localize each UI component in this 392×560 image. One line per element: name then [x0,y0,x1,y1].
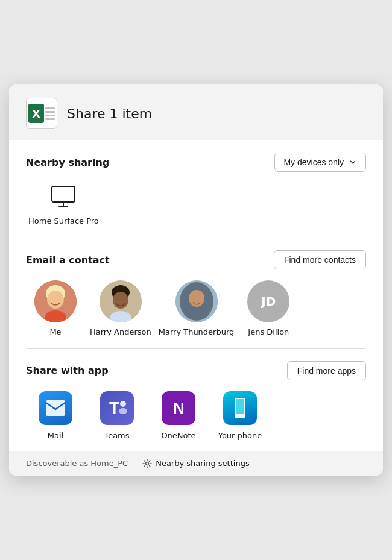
nearby-sharing-header: Nearby sharing My devices only [26,153,366,172]
excel-line-4 [45,118,55,120]
mail-app-label: Mail [48,431,63,440]
svg-rect-20 [236,399,244,414]
svg-text:T: T [109,398,119,417]
email-contact-section: Email a contact Find more contacts [9,238,383,348]
excel-lines [45,107,55,120]
your-phone-app-label: Your phone [218,431,262,440]
svg-text:N: N [173,399,185,417]
header: X Share 1 item [9,84,383,140]
footer: Discoverable as Home_PC Nearby sharing s… [9,451,383,476]
excel-icon: X [28,104,55,123]
content-area: Nearby sharing My devices only [9,140,383,451]
onenote-logo-icon: N [168,398,189,418]
contact-jens-name: Jens Dillon [248,327,289,338]
excel-line-3 [45,115,55,116]
avatar-harry [100,280,142,322]
find-more-contacts-label: Find more contacts [284,255,356,265]
email-contact-header: Email a contact Find more contacts [26,250,366,269]
your-phone-app-icon [223,391,257,425]
share-with-app-section: Share with app Find more apps Mail [9,349,383,451]
dropdown-label: My devices only [283,157,344,167]
discoverable-text: Discoverable as Home_PC [26,459,128,468]
contacts-row: Me [26,280,366,338]
teams-app-label: Teams [104,431,129,440]
avatar-marry-image [175,280,218,322]
mail-envelope-icon [45,400,66,417]
phone-device-icon [233,397,247,419]
contact-harry-anderson[interactable]: Harry Anderson [90,280,151,338]
svg-rect-14 [46,400,65,416]
avatar-jens: JD [247,280,289,322]
app-teams[interactable]: T Teams [90,391,144,440]
share-with-app-title: Share with app [26,365,109,376]
apps-row: Mail T Teams [26,391,366,440]
avatar-me [34,280,77,322]
chevron-down-icon [349,158,357,166]
contact-marry-thunderburg[interactable]: Marry Thunderburg [159,280,235,338]
nearby-sharing-settings-link[interactable]: Nearby sharing settings [142,459,250,468]
find-more-apps-label: Find more apps [297,366,356,376]
onenote-app-icon: N [162,391,195,425]
excel-line-1 [45,107,55,109]
svg-point-22 [146,462,149,465]
share-window: X Share 1 item Nearby sharing My devices… [9,84,383,476]
contact-me[interactable]: Me [28,280,83,338]
share-title: Share 1 item [67,106,152,121]
avatar-me-image [34,280,77,322]
monitor-icon [49,183,78,212]
avatar-harry-image [100,280,142,322]
find-more-contacts-button[interactable]: Find more contacts [274,250,366,269]
app-mail[interactable]: Mail [28,391,83,440]
contact-jens-dillon[interactable]: JD Jens Dillon [241,280,296,338]
devices-row: Home Surface Pro [26,183,366,227]
nearby-settings-label: Nearby sharing settings [156,459,250,468]
svg-point-5 [47,291,64,309]
device-home-surface-pro[interactable]: Home Surface Pro [28,183,99,227]
excel-x: X [28,104,44,123]
find-more-apps-button[interactable]: Find more apps [287,361,366,380]
nearby-sharing-section: Nearby sharing My devices only [9,140,383,238]
mail-app-icon [39,391,72,425]
avatar-marry [175,280,218,322]
nearby-sharing-title: Nearby sharing [26,157,109,168]
onenote-app-label: OneNote [161,431,195,440]
my-devices-dropdown[interactable]: My devices only [274,153,366,172]
svg-point-16 [120,401,126,407]
svg-point-17 [119,408,127,414]
contact-me-name: Me [49,327,61,338]
device-name: Home Surface Pro [28,216,99,227]
contact-marry-name: Marry Thunderburg [159,327,235,338]
file-icon: X [26,98,57,129]
email-contact-title: Email a contact [26,254,110,266]
excel-line-2 [45,111,55,113]
share-with-app-header: Share with app Find more apps [26,361,366,380]
contact-harry-name: Harry Anderson [90,327,151,338]
app-your-phone[interactable]: Your phone [213,391,267,440]
svg-point-21 [239,415,241,417]
teams-app-icon: T [100,391,134,425]
gear-icon [142,459,152,468]
app-onenote[interactable]: N OneNote [151,391,206,440]
teams-logo-icon: T [106,398,128,418]
svg-rect-0 [52,186,75,202]
